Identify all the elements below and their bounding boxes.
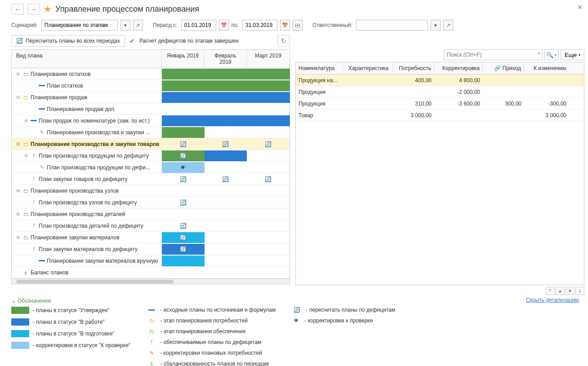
eye-icon: 👁 xyxy=(294,317,299,324)
responsible-dropdown-button[interactable]: ▾ xyxy=(431,20,441,31)
plan-row[interactable]: ᚠПлан производства узлов по дефициту🔄 xyxy=(12,197,290,208)
plan-label: План закупки товаров по дефициту xyxy=(39,176,128,182)
plan-row[interactable]: ᚠПлан закупки товаров по дефициту🔄🔄🔄 xyxy=(12,173,290,185)
col-plan-type[interactable]: Вид плана xyxy=(12,50,162,68)
hide-detail-link[interactable]: Скрыть детализацию xyxy=(526,297,579,303)
detail-row[interactable]: Продукция310,00-3 600,00300,00-300,00 xyxy=(296,98,584,110)
nav-forward-button[interactable]: → xyxy=(27,4,40,14)
col-month-3[interactable]: Март 2019 xyxy=(247,50,290,68)
plan-row[interactable]: ⊖🗀Планирование продаж xyxy=(12,92,290,103)
expander-icon[interactable]: ⊖ xyxy=(15,71,21,76)
plan-row[interactable]: Планирование продаж доп. xyxy=(12,103,290,115)
expander-icon[interactable]: ⊖ xyxy=(15,141,21,146)
plan-label: План продаж по номенклатуре (зам. по ист… xyxy=(39,118,150,124)
sync-icon[interactable]: 🔄 xyxy=(180,141,187,147)
col-nomenclature[interactable]: Номенклатура xyxy=(296,62,344,74)
plan-row[interactable]: ⊖🗀Планирование остатков xyxy=(12,68,290,80)
recalc-all-button[interactable]: 🔄 Пересчитать планы во всех периодах xyxy=(11,35,125,47)
legend-toggle[interactable]: ⌄ Обозначения xyxy=(0,295,588,307)
plan-row[interactable]: ✎План производства продукции по дефи...👁 xyxy=(12,162,290,173)
nav-down-button[interactable]: ▼ xyxy=(566,287,575,295)
sync-icon[interactable]: 🔄 xyxy=(180,223,187,229)
star-icon[interactable]: ★ xyxy=(44,4,52,14)
responsible-input[interactable] xyxy=(356,20,428,31)
plan-row[interactable]: ⊖🗀Планирование производства и закупки то… xyxy=(12,138,290,150)
folder-green-icon: 🗀 xyxy=(22,211,29,217)
tree-icon: ᚠ xyxy=(31,223,37,229)
balance-icon: ± xyxy=(22,269,29,276)
plan-label: План производства узлов по дефициту xyxy=(39,199,137,206)
scenario-input[interactable] xyxy=(41,20,118,31)
sync-icon: 🔄 xyxy=(16,38,23,44)
sync-icon[interactable]: 🔄 xyxy=(222,141,229,147)
plan-row[interactable]: ⊖🗀Планирование производства узлов xyxy=(12,185,290,197)
eye-icon[interactable]: 👁 xyxy=(180,164,186,171)
plan-label: Планирование производства деталей xyxy=(31,211,125,217)
plan-row[interactable]: ᚠПлан закупки материалов по дефициту🔄 xyxy=(12,243,290,255)
col-month-1[interactable]: Январь 2019 xyxy=(162,50,205,68)
sync-icon[interactable]: 🔄 xyxy=(222,176,229,182)
expander-icon[interactable]: ⊖ xyxy=(15,212,21,216)
refresh-button[interactable]: ↻ xyxy=(277,35,290,47)
sync-icon[interactable]: 🔄 xyxy=(180,246,187,252)
tree-icon: ᚠ xyxy=(31,176,37,182)
folder-green-icon: 🗀 xyxy=(22,71,29,77)
dash-blue-icon xyxy=(31,120,37,121)
expander-icon[interactable]: ⊖ xyxy=(15,95,21,100)
folder-yellow-icon: 🗀 xyxy=(22,141,29,147)
detail-row[interactable]: Товар3 000,003 000,00 xyxy=(296,110,584,121)
plan-row[interactable]: ᚠПлан производства деталей по дефициту🔄 xyxy=(12,220,290,232)
legend-item: - планы в статусе "Утвержден" xyxy=(11,307,130,314)
expander-icon[interactable]: ⊖ xyxy=(15,188,21,193)
detail-row[interactable]: Продукция на...400,004 800,00 xyxy=(296,75,584,86)
nav-first-button[interactable]: ⤒ xyxy=(546,287,555,295)
more-button[interactable]: Еще ▾ xyxy=(561,49,584,60)
period-from-input[interactable] xyxy=(181,20,216,31)
sync-icon[interactable]: 🔄 xyxy=(265,141,272,147)
sync-icon[interactable]: 🔄 xyxy=(265,176,272,182)
sync-icon[interactable]: 🔄 xyxy=(180,199,187,206)
search-input[interactable] xyxy=(444,49,543,60)
col-month-2[interactable]: Февраль 2019 xyxy=(205,50,247,68)
plan-row[interactable]: Планирование закупки материалов вручную xyxy=(12,255,290,267)
plan-row[interactable]: ⊖ᚠПлан производства продукции по дефицит… xyxy=(12,150,290,162)
col-income[interactable]: 🔗 Приход xyxy=(483,62,524,74)
search-clear-icon[interactable]: × xyxy=(538,50,541,57)
nav-up-button[interactable]: ▲ xyxy=(556,287,565,295)
close-icon[interactable]: ✕ xyxy=(577,4,583,11)
correction-icon: ✎ xyxy=(39,129,45,136)
nav-back-button[interactable]: ← xyxy=(11,4,24,14)
search-button[interactable]: 🔍 ▾ xyxy=(544,49,559,60)
expander-icon[interactable]: ⊖ xyxy=(15,235,21,240)
scenario-open-button[interactable]: ↗ xyxy=(133,20,143,31)
plan-row[interactable]: ±Баланс планов xyxy=(12,267,290,278)
plan-row[interactable]: ⊖🗀Планирование производства деталей xyxy=(12,208,290,220)
detail-grid: Номенклатура Характеристика Потребность … xyxy=(295,62,584,285)
detail-row[interactable]: Продукция-2 000,00 xyxy=(296,86,584,98)
sync-icon[interactable]: 🔄 xyxy=(180,234,187,241)
expander-icon[interactable]: ⊖ xyxy=(23,118,29,123)
dash-blue-icon xyxy=(39,108,45,110)
period-to-calendar-button[interactable]: 📅 xyxy=(280,20,290,31)
period-select-button[interactable]: (•) xyxy=(293,20,303,31)
col-characteristic[interactable]: Характеристика xyxy=(344,62,393,74)
plan-row[interactable]: ⊖План продаж по номенклатуре (зам. по ис… xyxy=(12,115,290,127)
plan-row[interactable]: План остатков xyxy=(12,80,290,92)
expander-icon[interactable]: ⊖ xyxy=(23,153,29,158)
responsible-open-button[interactable]: ↗ xyxy=(443,20,453,31)
plan-label: План закупки материалов по дефициту xyxy=(39,246,138,252)
col-adjustment[interactable]: Корректировка xyxy=(434,62,483,74)
col-to-change[interactable]: К изменению xyxy=(524,62,569,74)
plan-row[interactable]: ⊖🗀Планирование закупки материалов🔄 xyxy=(12,232,290,243)
plan-label: План производства деталей по дефициту xyxy=(39,223,143,229)
nav-last-button[interactable]: ⤓ xyxy=(575,287,584,295)
plan-row[interactable]: ✎Планирование производства и закупки ... xyxy=(12,127,290,138)
period-from-calendar-button[interactable]: 📅 xyxy=(219,20,229,31)
sync-icon[interactable]: 🔄 xyxy=(180,153,187,159)
scenario-dropdown-button[interactable]: ▾ xyxy=(120,20,130,31)
col-demand[interactable]: Потребность xyxy=(393,62,434,74)
color-swatch xyxy=(11,342,29,349)
sync-icon[interactable]: 🔄 xyxy=(180,176,187,182)
horizontal-scrollbar[interactable] xyxy=(11,279,290,284)
period-to-input[interactable] xyxy=(242,20,277,31)
